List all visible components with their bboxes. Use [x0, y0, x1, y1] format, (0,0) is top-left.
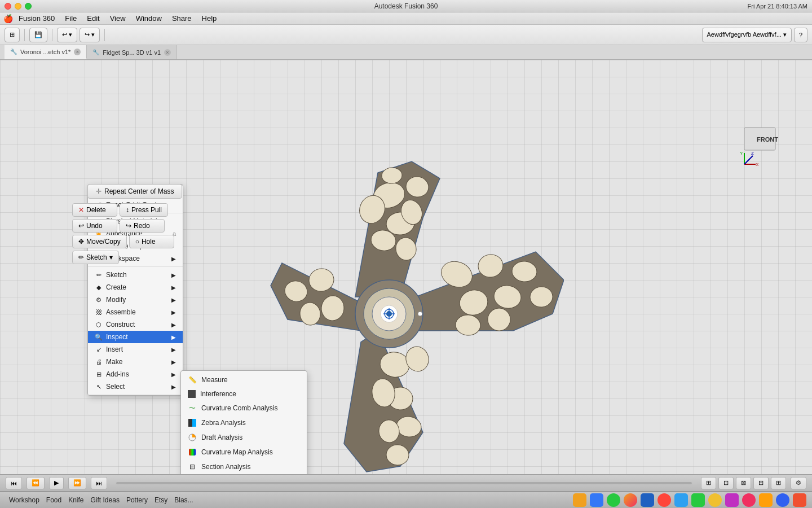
app-icon-13[interactable] — [776, 493, 789, 507]
qa-row-1: ✕ Delete ↕ Press Pull — [72, 203, 174, 217]
help-button[interactable]: ? — [794, 28, 807, 42]
ctx-assemble[interactable]: ⛓ Assemble ▶ — [88, 306, 183, 318]
submenu-measure[interactable]: 📏 Measure — [181, 373, 307, 387]
undo-button[interactable]: ↩ Undo — [72, 219, 117, 233]
sketch-button[interactable]: ✏ Sketch ▾ — [72, 251, 119, 264]
interference-icon — [188, 390, 196, 398]
submenu-section[interactable]: ⊟ Section Analysis — [181, 459, 307, 474]
ctx-construct[interactable]: ⬡ Construct ▶ — [88, 318, 183, 331]
ctx-select[interactable]: ↖ Select ▶ — [88, 380, 183, 393]
app-icon-8[interactable] — [691, 493, 705, 507]
hole-button[interactable]: ○ Hole — [129, 235, 174, 248]
maximize-button[interactable] — [25, 3, 32, 10]
main-viewport[interactable]: FRONT X Y Z ✛ Repeat Center of Mass ✕ De… — [0, 60, 812, 474]
orientation-cube[interactable]: FRONT X Y Z — [739, 122, 784, 167]
app-icon-1[interactable] — [573, 493, 586, 507]
menu-view[interactable]: View — [105, 13, 130, 24]
window-title: Autodesk Fusion 360 — [374, 2, 438, 10]
redo-icon: ↪ — [126, 222, 131, 230]
menu-window[interactable]: Window — [131, 13, 166, 24]
timeline-btn-2[interactable]: ⊡ — [718, 477, 734, 489]
submenu-draft[interactable]: Draft Analysis — [181, 430, 307, 445]
repeat-center-of-mass-button[interactable]: ✛ Repeat Center of Mass — [87, 184, 182, 199]
move-copy-button[interactable]: ✥ Move/Copy — [72, 235, 127, 248]
dock-knife[interactable]: Knife — [65, 495, 87, 505]
timeline-btn-1[interactable]: ⊞ — [701, 477, 716, 489]
tab-fidget[interactable]: 🔧 Fidget Sp... 3D v1 v1 × — [87, 45, 177, 59]
dock-etsy[interactable]: Etsy — [151, 495, 171, 505]
submenu-curvature-map[interactable]: Curvature Map Analysis — [181, 445, 307, 459]
tab-voronoi[interactable]: 🔧 Voronoi ...etch v1* × — [5, 45, 87, 59]
dock-blas[interactable]: Blas... — [171, 495, 196, 505]
close-button[interactable] — [5, 3, 11, 10]
timeline-btn-3[interactable]: ⊠ — [736, 477, 751, 489]
menu-edit[interactable]: Edit — [82, 13, 104, 24]
redo-button[interactable]: ↪ Redo — [120, 219, 165, 233]
delete-icon: ✕ — [78, 206, 84, 214]
minimize-button[interactable] — [15, 3, 21, 10]
dock-workshop[interactable]: Workshop — [6, 495, 43, 505]
status-bar: ⏮ ⏪ ▶ ⏩ ⏭ ⊞ ⊡ ⊠ ⊟ ⊞ ⚙ — [0, 474, 812, 491]
dock-pottery[interactable]: Pottery — [123, 495, 151, 505]
ctx-create[interactable]: ◆ Create ▶ — [88, 281, 183, 294]
ctx-modify[interactable]: ⚙ Modify ▶ — [88, 294, 183, 306]
dock-food[interactable]: Food — [43, 495, 65, 505]
play-prev-button[interactable]: ⏪ — [27, 477, 45, 489]
save-button[interactable]: 💾 — [29, 28, 47, 42]
traffic-lights[interactable] — [5, 3, 32, 10]
redo-toolbar-button[interactable]: ↪ ▾ — [80, 28, 100, 42]
title-bar-right: Fri Apr 21 8:40:13 AM — [748, 3, 807, 10]
undo-icon: ↩ — [78, 222, 84, 230]
tab-voronoi-close[interactable]: × — [74, 49, 81, 55]
play-end-button[interactable]: ⏭ — [91, 477, 107, 489]
ctx-inspect[interactable]: 🔍 Inspect ▶ — [88, 331, 183, 343]
play-next-button[interactable]: ⏩ — [68, 477, 86, 489]
timeline-track[interactable] — [116, 482, 692, 484]
app-icon-12[interactable] — [759, 493, 773, 507]
menu-help[interactable]: Help — [197, 13, 222, 24]
ctx-sketch[interactable]: ✏ Sketch ▶ — [88, 269, 183, 281]
tab-fidget-label: Fidget Sp... 3D v1 v1 — [103, 49, 161, 56]
app-icon-9[interactable] — [708, 493, 722, 507]
timeline-btn-4[interactable]: ⊟ — [753, 477, 769, 489]
app-icon-5[interactable] — [641, 493, 654, 507]
timeline-btn-5[interactable]: ⊞ — [771, 477, 786, 489]
app-icon-10[interactable] — [725, 493, 739, 507]
play-button[interactable]: ▶ — [49, 477, 64, 489]
ctx-insert[interactable]: ↙ Insert ▶ — [88, 343, 183, 356]
ctx-make[interactable]: 🖨 Make ▶ — [88, 356, 183, 368]
user-button[interactable]: Aewdffvfgegrvfb Aewdffvf... ▾ — [702, 28, 792, 42]
submenu-interference-label: Interference — [200, 390, 236, 398]
dock-gift[interactable]: Gift Ideas — [87, 495, 123, 505]
app-icon-7[interactable] — [674, 493, 688, 507]
app-icon-2[interactable] — [590, 493, 603, 507]
app-icon-6[interactable] — [657, 493, 671, 507]
menu-fusion[interactable]: Fusion 360 — [14, 13, 59, 24]
submenu-curvature-comb[interactable]: 〜 Curvature Comb Analysis — [181, 401, 307, 415]
viewport[interactable]: FRONT X Y Z ✛ Repeat Center of Mass ✕ De… — [0, 60, 812, 474]
ctx-sketch-label: Sketch — [106, 271, 127, 279]
ctx-assemble-icon: ⛓ — [95, 308, 103, 316]
app-icon-14[interactable] — [793, 493, 806, 507]
undo-toolbar-button[interactable]: ↩ ▾ — [57, 28, 77, 42]
app-icon-3[interactable] — [607, 493, 620, 507]
app-icon-11[interactable] — [742, 493, 756, 507]
submenu-curvature-map-label: Curvature Map Analysis — [201, 448, 273, 456]
app-icon-4[interactable] — [624, 493, 637, 507]
submenu-zebra[interactable]: Zebra Analysis — [181, 415, 307, 430]
submenu-curvature-comb-label: Curvature Comb Analysis — [201, 404, 277, 412]
play-start-button[interactable]: ⏮ — [6, 477, 22, 489]
menu-file[interactable]: File — [60, 13, 81, 24]
ctx-addins[interactable]: ⊞ Add-ins ▶ — [88, 368, 183, 380]
delete-button[interactable]: ✕ Delete — [72, 203, 117, 217]
press-pull-button[interactable]: ↕ Press Pull — [120, 203, 168, 217]
tab-fidget-close[interactable]: × — [164, 49, 171, 56]
grid-button[interactable]: ⊞ — [5, 28, 20, 42]
toolbar: ⊞ 💾 ↩ ▾ ↪ ▾ Aewdffvfgegrvfb Aewdffvf... … — [0, 25, 812, 45]
construct-sub-arrow: ▶ — [171, 322, 176, 328]
ctx-sketch-icon: ✏ — [95, 271, 103, 279]
settings-button[interactable]: ⚙ — [791, 477, 806, 489]
ctx-modify-icon: ⚙ — [95, 296, 103, 304]
submenu-interference[interactable]: Interference — [181, 387, 307, 401]
menu-share[interactable]: Share — [167, 13, 196, 24]
